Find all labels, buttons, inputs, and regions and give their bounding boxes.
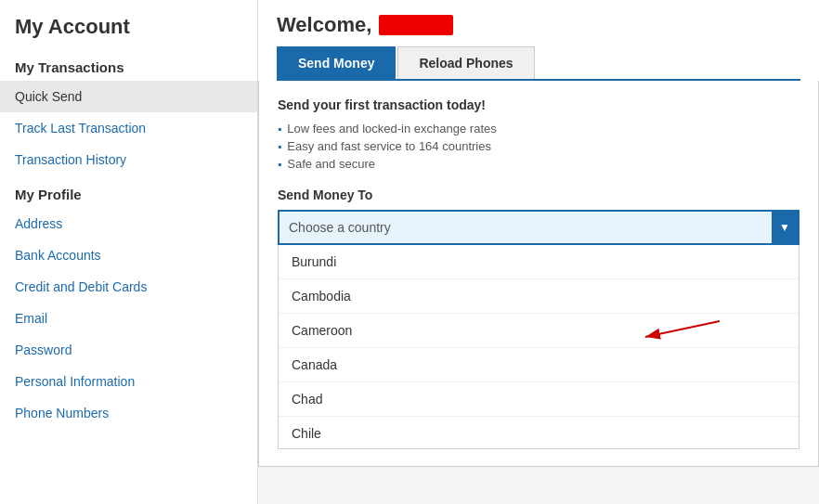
sidebar-item-email[interactable]: Email bbox=[0, 303, 257, 334]
sidebar: My Account My Transactions Quick Send Tr… bbox=[0, 0, 258, 504]
sidebar-item-quick-send[interactable]: Quick Send bbox=[0, 81, 257, 112]
sidebar-item-credit-debit-cards[interactable]: Credit and Debit Cards bbox=[0, 271, 257, 303]
list-item-cameroon[interactable]: Cameroon bbox=[279, 314, 799, 348]
sidebar-item-transaction-history[interactable]: Transaction History bbox=[0, 144, 257, 175]
sidebar-item-password[interactable]: Password bbox=[0, 334, 257, 366]
sidebar-item-phone-numbers[interactable]: Phone Numbers bbox=[0, 397, 257, 429]
list-item[interactable]: Cambodia bbox=[279, 279, 799, 314]
promo-bullet-2: Easy and fast service to 164 countries bbox=[278, 137, 800, 155]
main-content: Welcome, Send Money Reload Phones Send y… bbox=[258, 0, 819, 504]
welcome-prefix: Welcome, bbox=[277, 13, 371, 37]
sidebar-item-bank-accounts[interactable]: Bank Accounts bbox=[0, 239, 257, 271]
my-profile-heading: My Profile bbox=[0, 175, 257, 208]
country-placeholder: Choose a country bbox=[289, 220, 772, 235]
country-selector-wrapper: Choose a country ▼ Burundi Cambodia Came… bbox=[278, 210, 800, 449]
list-item[interactable]: Canada bbox=[279, 348, 799, 382]
sidebar-section-profile: My Profile Address Bank Accounts Credit … bbox=[0, 175, 257, 429]
sidebar-item-address[interactable]: Address bbox=[0, 208, 257, 239]
dropdown-arrow-icon[interactable]: ▼ bbox=[772, 212, 798, 243]
sidebar-title: My Account bbox=[0, 0, 257, 48]
country-selector[interactable]: Choose a country ▼ bbox=[278, 210, 800, 245]
send-money-content: Send your first transaction today! Low f… bbox=[258, 81, 819, 467]
promo-title: Send your first transaction today! bbox=[278, 97, 800, 112]
red-arrow-annotation bbox=[631, 317, 724, 344]
promo-bullet-1: Low fees and locked-in exchange rates bbox=[278, 120, 800, 137]
tab-reload-phones[interactable]: Reload Phones bbox=[397, 46, 534, 79]
svg-line-1 bbox=[645, 321, 720, 337]
list-item[interactable]: Chad bbox=[279, 382, 799, 417]
welcome-header: Welcome, Send Money Reload Phones bbox=[258, 0, 819, 81]
country-dropdown-list[interactable]: Burundi Cambodia Cameroon Canada bbox=[278, 245, 800, 449]
my-transactions-heading: My Transactions bbox=[0, 48, 257, 81]
list-item[interactable]: Chile bbox=[279, 417, 799, 449]
list-item[interactable]: Burundi bbox=[279, 245, 799, 279]
promo-bullet-3: Safe and secure bbox=[278, 155, 800, 173]
sidebar-section-transactions: My Transactions Quick Send Track Last Tr… bbox=[0, 48, 257, 175]
sidebar-item-personal-information[interactable]: Personal Information bbox=[0, 366, 257, 397]
welcome-name-redacted bbox=[379, 15, 453, 35]
send-money-to-label: Send Money To bbox=[278, 187, 800, 202]
tab-send-money[interactable]: Send Money bbox=[277, 46, 396, 79]
tabs-container: Send Money Reload Phones bbox=[277, 46, 800, 81]
promo-list: Low fees and locked-in exchange rates Ea… bbox=[278, 120, 800, 173]
sidebar-item-track-last-transaction[interactable]: Track Last Transaction bbox=[0, 112, 257, 144]
welcome-text: Welcome, bbox=[277, 13, 800, 37]
